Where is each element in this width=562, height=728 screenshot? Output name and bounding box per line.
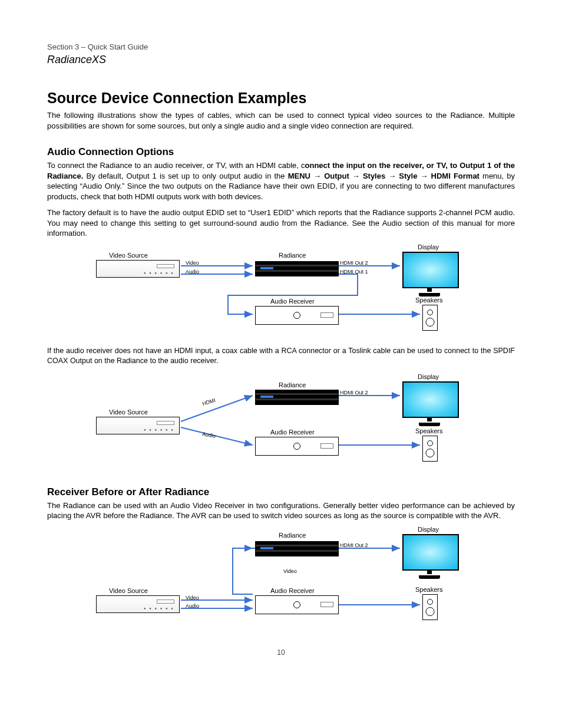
lbl-radiance3: Radiance bbox=[279, 532, 306, 539]
lbl-radiance2: Radiance bbox=[279, 381, 306, 388]
lbl-video3: Video bbox=[186, 595, 199, 601]
lbl-avr: Audio Receiver bbox=[270, 298, 315, 305]
radiance-icon3 bbox=[255, 541, 339, 556]
lbl-video-top: Video bbox=[283, 568, 297, 574]
figure-1: Video Source ● ● ● ● ● ● Video Audio Rad… bbox=[92, 243, 470, 344]
figure-3: Radiance HDMI Out 2 Display Video Video … bbox=[92, 526, 470, 632]
lbl-speakers3: Speakers bbox=[415, 586, 442, 593]
intro-heading: Source Device Connection Examples bbox=[47, 90, 562, 107]
figure-2: Radiance HDMI Out 2 Display Video Source… bbox=[92, 371, 470, 471]
audio-body-a: To connect the Radiance to an audio rece… bbox=[47, 161, 305, 170]
lbl-speakers2: Speakers bbox=[415, 427, 442, 434]
avr-icon bbox=[255, 306, 339, 325]
lbl-hdmi: HDMI bbox=[201, 397, 216, 407]
lbl-video: Video bbox=[186, 260, 199, 266]
audio-heading: Audio Connection Options bbox=[47, 146, 562, 158]
audio-body-d: MENU → Output → Styles → Style → HDMI Fo… bbox=[288, 172, 480, 180]
default-edid-text: The factory default is to have the audio… bbox=[47, 207, 515, 239]
display-icon bbox=[402, 252, 457, 297]
lbl-audio3: Audio bbox=[186, 603, 199, 609]
lbl-display: Display bbox=[418, 243, 439, 251]
lbl-speakers: Speakers bbox=[415, 297, 442, 304]
section-header: Section 3 – Quick Start Guide bbox=[0, 0, 562, 51]
display-icon2 bbox=[402, 381, 457, 426]
lbl-display2: Display bbox=[418, 373, 439, 380]
avr-body: The Radiance can be used with an Audio V… bbox=[47, 500, 515, 521]
model-name: RadianceXS bbox=[0, 51, 562, 66]
lbl-avr3: Audio Receiver bbox=[270, 587, 315, 594]
lbl-out2: HDMI Out 2 bbox=[340, 260, 368, 266]
radiance-icon bbox=[255, 261, 339, 276]
audio-body-c: By default, Output 1 is set up to only o… bbox=[83, 172, 285, 180]
avr-icon2 bbox=[255, 437, 339, 456]
lbl-video-source3: Video Source bbox=[109, 587, 148, 594]
svg-line-4 bbox=[181, 396, 253, 421]
coax-body: If the audio receiver does not have an H… bbox=[47, 346, 515, 366]
lbl-out2b: HDMI Out 2 bbox=[340, 390, 368, 396]
video-source-icon: ● ● ● ● ● ● bbox=[96, 260, 180, 278]
lbl-display3: Display bbox=[418, 526, 439, 533]
video-source-icon3: ● ● ● ● ● ● bbox=[96, 595, 180, 613]
lbl-out2c: HDMI Out 2 bbox=[340, 542, 368, 548]
page-number: 10 bbox=[0, 648, 562, 657]
lbl-audio2: Audio bbox=[201, 431, 216, 439]
speaker-icon2 bbox=[422, 436, 438, 462]
display-icon3 bbox=[402, 534, 457, 579]
lbl-out1: HDMI Out 1 bbox=[340, 269, 368, 275]
lbl-video-source2: Video Source bbox=[109, 409, 148, 416]
avr-icon3 bbox=[255, 595, 339, 614]
intro-body: The following illustrations show the typ… bbox=[47, 110, 515, 131]
radiance-icon2 bbox=[255, 390, 339, 405]
lbl-audio: Audio bbox=[186, 269, 199, 275]
speaker-icon bbox=[422, 305, 438, 331]
avr-heading: Receiver Before or After Radiance bbox=[47, 486, 562, 498]
lbl-video-source: Video Source bbox=[109, 252, 148, 259]
lbl-avr2: Audio Receiver bbox=[270, 429, 315, 436]
speaker-icon3 bbox=[422, 594, 438, 620]
lbl-radiance: Radiance bbox=[279, 252, 306, 259]
video-source-icon2: ● ● ● ● ● ● bbox=[96, 417, 180, 434]
audio-body-1: To connect the Radiance to an audio rece… bbox=[47, 160, 515, 202]
svg-line-5 bbox=[181, 427, 253, 445]
